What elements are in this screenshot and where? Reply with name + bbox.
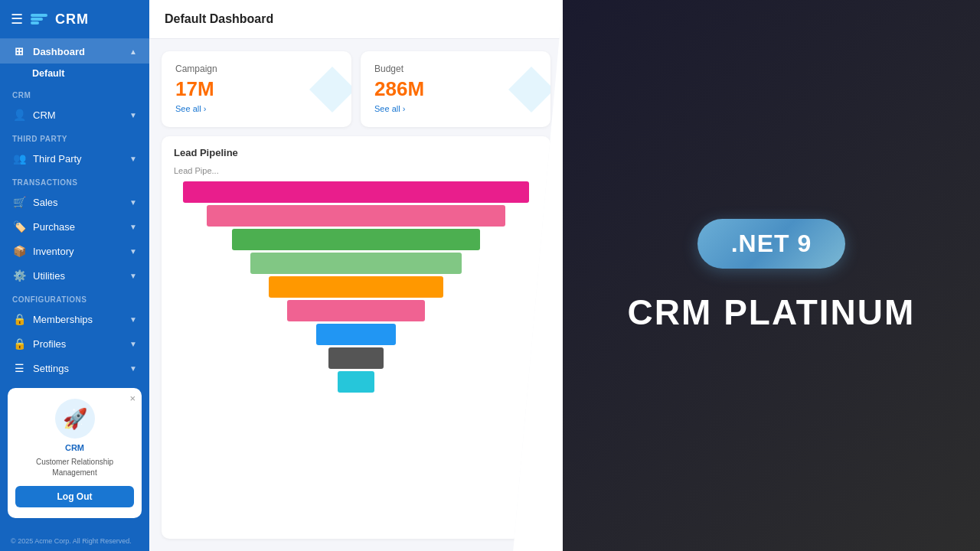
- chevron-down-icon-8: ▼: [129, 340, 137, 348]
- sidebar-item-utilities[interactable]: ⚙️ Utilities ▼: [0, 263, 149, 288]
- campaign-stat-card: Campaign 17M See all ›: [162, 51, 351, 127]
- pipeline-overlay-label: Lead Pipe...: [174, 166, 538, 175]
- pipeline-section: Lead Pipeline Lead Pipe...: [162, 136, 550, 539]
- chevron-down-icon-4: ▼: [129, 223, 137, 231]
- sidebar-item-crm[interactable]: 👤 CRM ▼: [0, 103, 149, 127]
- funnel-bar: [269, 276, 443, 298]
- sidebar: ☰ CRM ⊞ Dashboard ▲ Default CRM 👤 CRM ▼ …: [0, 0, 149, 551]
- sidebar-settings-label: Settings: [33, 363, 122, 374]
- sidebar-item-settings[interactable]: ☰ Settings ▼: [0, 356, 149, 380]
- budget-bg-icon: [505, 63, 550, 116]
- sales-icon: 🛒: [12, 196, 26, 208]
- sidebar-utilities-label: Utilities: [33, 270, 122, 282]
- footer-text: © 2025 Acme Corp. All Right Reserved.: [0, 531, 149, 551]
- sidebar-item-third-party[interactable]: 👥 Third Party ▼: [0, 146, 149, 171]
- funnel-bar: [338, 371, 374, 393]
- funnel-bar: [232, 229, 480, 250]
- main-area: Default Dashboard Campaign 17M See all ›…: [149, 0, 980, 551]
- budget-see-all-link[interactable]: See all ›: [374, 104, 405, 113]
- sidebar-item-dashboard[interactable]: ⊞ Dashboard ▲: [0, 39, 149, 64]
- campaign-see-all-link[interactable]: See all ›: [175, 104, 206, 113]
- dark-panel: .NET 9 CRM PLATINUM: [563, 0, 980, 551]
- chevron-down-icon-6: ▼: [129, 272, 137, 280]
- funnel-bar: [316, 324, 397, 345]
- sidebar-item-sales[interactable]: 🛒 Sales ▼: [0, 190, 149, 214]
- chevron-down-icon-9: ▼: [129, 364, 137, 373]
- stat-cards-row: Campaign 17M See all › Budget 286M See a…: [162, 51, 550, 127]
- sidebar-subitem-default[interactable]: Default: [0, 64, 149, 83]
- section-label-crm: CRM: [0, 83, 149, 103]
- sidebar-item-memberships[interactable]: 🔒 Memberships ▼: [0, 307, 149, 331]
- content-body: Campaign 17M See all › Budget 286M See a…: [149, 39, 563, 551]
- pipeline-title: Lead Pipeline: [174, 147, 538, 158]
- net9-badge: .NET 9: [697, 219, 846, 269]
- sidebar-third-party-label: Third Party: [33, 153, 122, 165]
- sidebar-crm-label: CRM: [33, 109, 122, 121]
- sidebar-inventory-label: Inventory: [33, 246, 122, 257]
- campaign-bg-icon: [305, 63, 351, 116]
- hamburger-icon[interactable]: ☰: [11, 11, 23, 28]
- content-panel: Default Dashboard Campaign 17M See all ›…: [149, 0, 563, 551]
- brand-label: CRM: [55, 11, 89, 28]
- sidebar-sales-label: Sales: [33, 197, 122, 208]
- rocket-icon: 🚀: [55, 399, 95, 439]
- funnel-bar: [287, 300, 426, 321]
- sidebar-header: ☰ CRM: [0, 0, 149, 39]
- funnel-bar: [207, 205, 505, 227]
- utilities-icon: ⚙️: [12, 269, 26, 282]
- inventory-icon: 📦: [12, 245, 26, 257]
- sidebar-purchase-label: Purchase: [33, 221, 122, 233]
- funnel-bar: [250, 253, 462, 274]
- page-title: Default Dashboard: [165, 12, 273, 26]
- dashboard-icon: ⊞: [12, 45, 26, 57]
- section-label-configurations: Configurations: [0, 288, 149, 307]
- chevron-down-icon-7: ▼: [129, 315, 137, 324]
- logo-icon: [31, 14, 47, 24]
- purchase-icon: 🏷️: [12, 220, 26, 233]
- budget-stat-card: Budget 286M See all ›: [361, 51, 550, 127]
- profiles-icon: 🔒: [12, 337, 26, 350]
- chevron-down-icon-3: ▼: [129, 198, 137, 207]
- sidebar-item-profiles[interactable]: 🔒 Profiles ▼: [0, 331, 149, 356]
- memberships-icon: 🔒: [12, 313, 26, 325]
- funnel-bar: [328, 347, 383, 369]
- chevron-down-icon: ▼: [129, 111, 137, 119]
- crm-icon: 👤: [12, 109, 26, 121]
- sidebar-popup: × 🚀 CRM Customer Relationship Management…: [8, 388, 142, 518]
- section-label-transactions: Transactions: [0, 171, 149, 190]
- sidebar-memberships-label: Memberships: [33, 314, 122, 325]
- crm-platinum-title: CRM PLATINUM: [628, 292, 916, 333]
- content-header: Default Dashboard: [149, 0, 563, 39]
- chevron-down-icon-2: ▼: [129, 155, 137, 163]
- popup-title: CRM: [65, 443, 84, 452]
- section-label-third-party: Third Party: [0, 127, 149, 146]
- funnel-bar: [183, 181, 529, 203]
- settings-icon: ☰: [12, 362, 26, 374]
- sidebar-item-purchase[interactable]: 🏷️ Purchase ▼: [0, 214, 149, 239]
- chevron-down-icon-5: ▼: [129, 247, 137, 256]
- pipeline-chart: [174, 181, 538, 393]
- sidebar-dashboard-label: Dashboard: [33, 46, 122, 57]
- logout-button[interactable]: Log Out: [15, 486, 134, 507]
- popup-subtitle: Customer Relationship Management: [15, 457, 134, 478]
- sidebar-item-inventory[interactable]: 📦 Inventory ▼: [0, 239, 149, 263]
- third-party-icon: 👥: [12, 152, 26, 165]
- chevron-up-icon: ▲: [129, 47, 137, 56]
- close-icon[interactable]: ×: [129, 393, 136, 404]
- sidebar-profiles-label: Profiles: [33, 338, 122, 350]
